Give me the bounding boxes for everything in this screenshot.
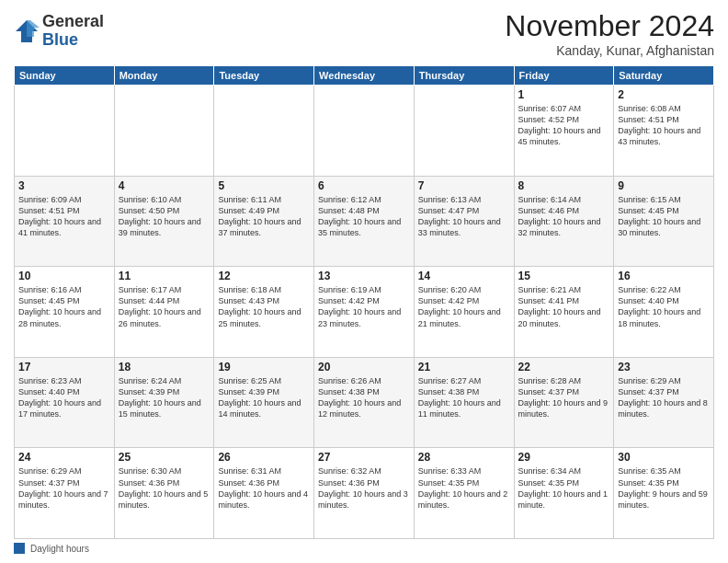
day-number: 5: [218, 179, 310, 192]
day-number: 4: [119, 179, 210, 192]
logo-blue: Blue: [42, 31, 104, 50]
day-info: Sunrise: 6:22 AM Sunset: 4:40 PM Dayligh…: [618, 284, 710, 329]
day-number: 27: [318, 451, 410, 464]
calendar-day-cell: 17Sunrise: 6:23 AM Sunset: 4:40 PM Dayli…: [15, 357, 115, 448]
calendar-day-cell: 20Sunrise: 6:26 AM Sunset: 4:38 PM Dayli…: [314, 357, 415, 448]
day-info: Sunrise: 6:09 AM Sunset: 4:51 PM Dayligh…: [18, 194, 110, 239]
day-number: 17: [18, 361, 110, 373]
day-number: 30: [618, 451, 710, 464]
logo-text: General Blue: [42, 13, 104, 50]
day-number: 24: [18, 451, 110, 464]
day-info: Sunrise: 6:31 AM Sunset: 4:36 PM Dayligh…: [218, 465, 310, 511]
calendar-header-cell: Saturday: [614, 66, 714, 86]
day-info: Sunrise: 6:10 AM Sunset: 4:50 PM Dayligh…: [119, 194, 210, 239]
day-info: Sunrise: 6:07 AM Sunset: 4:52 PM Dayligh…: [518, 103, 610, 148]
calendar-day-cell: [314, 86, 415, 177]
month-title: November 2024: [505, 9, 714, 43]
day-info: Sunrise: 6:16 AM Sunset: 4:45 PM Dayligh…: [18, 284, 110, 329]
day-number: 12: [218, 270, 310, 282]
day-number: 26: [218, 451, 310, 464]
day-info: Sunrise: 6:18 AM Sunset: 4:43 PM Dayligh…: [218, 284, 310, 329]
day-number: 13: [318, 270, 410, 282]
day-info: Sunrise: 6:21 AM Sunset: 4:41 PM Dayligh…: [518, 284, 610, 329]
calendar-day-cell: 9Sunrise: 6:15 AM Sunset: 4:45 PM Daylig…: [614, 176, 714, 267]
calendar-week-row: 3Sunrise: 6:09 AM Sunset: 4:51 PM Daylig…: [15, 176, 714, 267]
logo-general: General: [42, 13, 104, 31]
day-number: 25: [119, 451, 210, 464]
day-info: Sunrise: 6:29 AM Sunset: 4:37 PM Dayligh…: [18, 465, 110, 511]
day-info: Sunrise: 6:34 AM Sunset: 4:35 PM Dayligh…: [518, 465, 610, 511]
day-number: 28: [418, 451, 510, 464]
day-info: Sunrise: 6:24 AM Sunset: 4:39 PM Dayligh…: [119, 375, 210, 420]
calendar-day-cell: 28Sunrise: 6:33 AM Sunset: 4:35 PM Dayli…: [414, 448, 514, 539]
day-info: Sunrise: 6:29 AM Sunset: 4:37 PM Dayligh…: [618, 375, 710, 420]
daylight-box-icon: [14, 543, 25, 554]
calendar-day-cell: [214, 86, 314, 177]
calendar-day-cell: 8Sunrise: 6:14 AM Sunset: 4:46 PM Daylig…: [514, 176, 614, 267]
day-info: Sunrise: 6:17 AM Sunset: 4:44 PM Dayligh…: [119, 284, 210, 329]
calendar-day-cell: 25Sunrise: 6:30 AM Sunset: 4:36 PM Dayli…: [114, 448, 214, 539]
day-info: Sunrise: 6:28 AM Sunset: 4:37 PM Dayligh…: [518, 375, 610, 420]
day-info: Sunrise: 6:27 AM Sunset: 4:38 PM Dayligh…: [418, 375, 510, 420]
calendar-header-cell: Sunday: [15, 66, 115, 86]
svg-marker-1: [27, 20, 40, 37]
logo-icon: [14, 18, 40, 44]
day-number: 1: [518, 88, 610, 101]
calendar-day-cell: [414, 86, 514, 177]
day-info: Sunrise: 6:33 AM Sunset: 4:35 PM Dayligh…: [418, 465, 510, 511]
calendar-day-cell: 6Sunrise: 6:12 AM Sunset: 4:48 PM Daylig…: [314, 176, 415, 267]
day-number: 23: [618, 361, 710, 373]
calendar-day-cell: 5Sunrise: 6:11 AM Sunset: 4:49 PM Daylig…: [214, 176, 314, 267]
day-number: 8: [518, 179, 610, 192]
calendar-day-cell: 24Sunrise: 6:29 AM Sunset: 4:37 PM Dayli…: [15, 448, 115, 539]
calendar-header-row: SundayMondayTuesdayWednesdayThursdayFrid…: [15, 66, 714, 86]
day-info: Sunrise: 6:13 AM Sunset: 4:47 PM Dayligh…: [418, 194, 510, 239]
day-info: Sunrise: 6:11 AM Sunset: 4:49 PM Dayligh…: [218, 194, 310, 239]
calendar-header-cell: Monday: [114, 66, 214, 86]
day-info: Sunrise: 6:25 AM Sunset: 4:39 PM Dayligh…: [218, 375, 310, 420]
day-number: 2: [618, 88, 710, 101]
header: General Blue November 2024 Kanday, Kunar…: [14, 9, 714, 58]
calendar-week-row: 24Sunrise: 6:29 AM Sunset: 4:37 PM Dayli…: [15, 448, 714, 539]
day-number: 9: [618, 179, 710, 192]
calendar-day-cell: 18Sunrise: 6:24 AM Sunset: 4:39 PM Dayli…: [114, 357, 214, 448]
day-info: Sunrise: 6:26 AM Sunset: 4:38 PM Dayligh…: [318, 375, 410, 420]
calendar-week-row: 10Sunrise: 6:16 AM Sunset: 4:45 PM Dayli…: [15, 267, 714, 358]
calendar-day-cell: 7Sunrise: 6:13 AM Sunset: 4:47 PM Daylig…: [414, 176, 514, 267]
calendar-day-cell: 10Sunrise: 6:16 AM Sunset: 4:45 PM Dayli…: [15, 267, 115, 358]
day-number: 7: [418, 179, 510, 192]
day-number: 11: [119, 270, 210, 282]
day-info: Sunrise: 6:32 AM Sunset: 4:36 PM Dayligh…: [318, 465, 410, 511]
daylight-label: Daylight hours: [30, 544, 89, 554]
calendar-day-cell: 15Sunrise: 6:21 AM Sunset: 4:41 PM Dayli…: [514, 267, 614, 358]
calendar-week-row: 17Sunrise: 6:23 AM Sunset: 4:40 PM Dayli…: [15, 357, 714, 448]
calendar-day-cell: 4Sunrise: 6:10 AM Sunset: 4:50 PM Daylig…: [114, 176, 214, 267]
day-number: 18: [119, 361, 210, 373]
calendar-day-cell: 23Sunrise: 6:29 AM Sunset: 4:37 PM Dayli…: [614, 357, 714, 448]
day-number: 6: [318, 179, 410, 192]
day-info: Sunrise: 6:14 AM Sunset: 4:46 PM Dayligh…: [518, 194, 610, 239]
calendar-day-cell: 14Sunrise: 6:20 AM Sunset: 4:42 PM Dayli…: [414, 267, 514, 358]
calendar-day-cell: 22Sunrise: 6:28 AM Sunset: 4:37 PM Dayli…: [514, 357, 614, 448]
day-number: 29: [518, 451, 610, 464]
calendar-day-cell: [114, 86, 214, 177]
location: Kanday, Kunar, Afghanistan: [505, 43, 714, 58]
calendar-day-cell: 30Sunrise: 6:35 AM Sunset: 4:35 PM Dayli…: [614, 448, 714, 539]
calendar-day-cell: 1Sunrise: 6:07 AM Sunset: 4:52 PM Daylig…: [514, 86, 614, 177]
calendar-header-cell: Wednesday: [314, 66, 415, 86]
day-number: 19: [218, 361, 310, 373]
calendar-header-cell: Thursday: [414, 66, 514, 86]
day-info: Sunrise: 6:30 AM Sunset: 4:36 PM Dayligh…: [119, 465, 210, 511]
calendar-day-cell: 29Sunrise: 6:34 AM Sunset: 4:35 PM Dayli…: [514, 448, 614, 539]
day-number: 16: [618, 270, 710, 282]
day-number: 10: [18, 270, 110, 282]
day-number: 15: [518, 270, 610, 282]
day-info: Sunrise: 6:35 AM Sunset: 4:35 PM Dayligh…: [618, 465, 710, 511]
calendar-week-row: 1Sunrise: 6:07 AM Sunset: 4:52 PM Daylig…: [15, 86, 714, 177]
calendar-header-cell: Friday: [514, 66, 614, 86]
day-number: 22: [518, 361, 610, 373]
day-number: 20: [318, 361, 410, 373]
logo: General Blue: [14, 13, 104, 50]
day-info: Sunrise: 6:08 AM Sunset: 4:51 PM Dayligh…: [618, 103, 710, 148]
day-info: Sunrise: 6:19 AM Sunset: 4:42 PM Dayligh…: [318, 284, 410, 329]
